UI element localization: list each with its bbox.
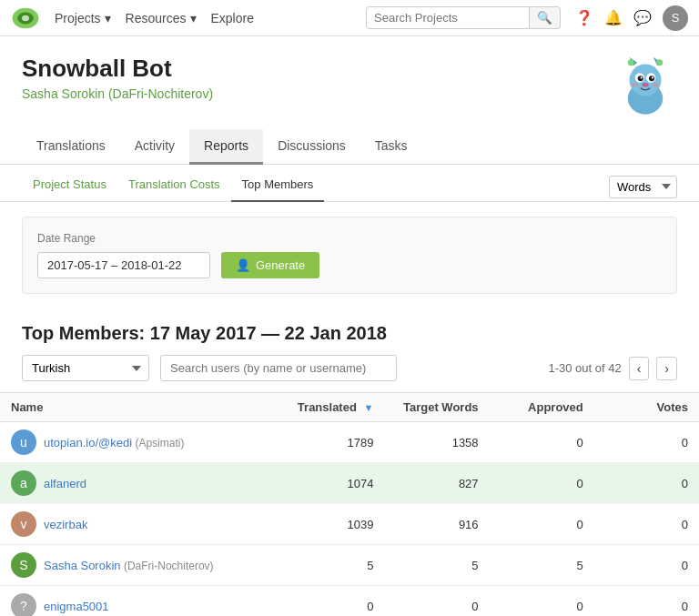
table-row: S Sasha Sorokin (DaFri-Nochiterov) 5 5 5… bbox=[0, 545, 699, 586]
date-range-label: Date Range bbox=[37, 232, 662, 245]
resources-chevron-icon: ▾ bbox=[190, 11, 197, 25]
translated-count: 1789 bbox=[279, 422, 384, 463]
tab-activity[interactable]: Activity bbox=[120, 129, 189, 165]
user-search-input[interactable] bbox=[160, 355, 397, 381]
project-header: Snowball Bot Sasha Sorokin (DaFri-Nochit… bbox=[0, 36, 699, 129]
logo-icon bbox=[11, 5, 40, 31]
svg-point-7 bbox=[628, 59, 634, 66]
search-input[interactable] bbox=[366, 6, 530, 29]
words-select-wrap: Words Strings bbox=[609, 176, 677, 198]
col-translated[interactable]: Translated ▼ bbox=[279, 393, 384, 422]
project-mascot bbox=[613, 55, 677, 118]
nav-icons: ❓ 🔔 💬 S bbox=[575, 5, 688, 31]
table-header-row: Name Translated ▼ Target Words Approved … bbox=[0, 393, 699, 422]
next-page-button[interactable]: › bbox=[656, 357, 677, 380]
svg-point-13 bbox=[641, 76, 643, 78]
top-nav: Projects ▾ Resources ▾ Explore 🔍 ❓ 🔔 💬 S bbox=[0, 0, 699, 36]
subtab-top-members[interactable]: Top Members bbox=[231, 172, 325, 202]
logo[interactable] bbox=[11, 5, 40, 31]
user-name-link[interactable]: utopian.io/@kedi bbox=[44, 436, 132, 449]
col-name: Name bbox=[0, 393, 279, 422]
user-avatar[interactable]: S bbox=[663, 5, 688, 31]
user-name-link[interactable]: enigma5001 bbox=[44, 600, 109, 613]
user-cell: a alfanerd bbox=[0, 463, 279, 504]
sub-tabs: Project Status Translation Costs Top Mem… bbox=[0, 165, 699, 202]
svg-point-12 bbox=[649, 76, 654, 81]
project-title: Snowball Bot bbox=[22, 55, 213, 83]
approved-count: 0 bbox=[490, 504, 594, 545]
svg-point-17 bbox=[653, 83, 659, 86]
user-alias: (DaFri-Nochiterov) bbox=[121, 560, 214, 572]
user-cell: S Sasha Sorokin (DaFri-Nochiterov) bbox=[0, 545, 279, 586]
subtab-translation-costs[interactable]: Translation Costs bbox=[117, 172, 231, 202]
user-name-link[interactable]: Sasha Sorokin bbox=[44, 559, 121, 572]
user-name-link[interactable]: vezirbak bbox=[44, 518, 87, 531]
generate-icon: 👤 bbox=[236, 258, 250, 272]
main-tabs: Translations Activity Reports Discussion… bbox=[0, 129, 699, 165]
project-author: Sasha Sorokin (DaFri-Nochiterov) bbox=[22, 86, 213, 101]
user-name-link[interactable]: alfanerd bbox=[44, 477, 86, 490]
translated-count: 1074 bbox=[279, 463, 384, 504]
approved-count: 5 bbox=[490, 545, 594, 586]
svg-point-4 bbox=[630, 65, 662, 96]
projects-nav-link[interactable]: Projects ▾ bbox=[55, 11, 111, 25]
col-approved: Approved bbox=[490, 393, 594, 422]
tab-translations[interactable]: Translations bbox=[22, 129, 120, 165]
search-bar: 🔍 bbox=[366, 6, 561, 29]
user-avatar-circle: v bbox=[11, 511, 36, 537]
svg-point-16 bbox=[632, 83, 638, 86]
table-row: ? enigma5001 0 0 0 0 bbox=[0, 586, 699, 617]
votes-count: 0 bbox=[594, 545, 699, 586]
user-avatar-circle: u bbox=[11, 429, 36, 455]
translated-count: 5 bbox=[279, 545, 384, 586]
user-cell: v vezirbak bbox=[0, 504, 279, 545]
page-content: Snowball Bot Sasha Sorokin (DaFri-Nochit… bbox=[0, 36, 699, 616]
tab-discussions[interactable]: Discussions bbox=[263, 129, 360, 165]
sort-icon: ▼ bbox=[364, 402, 374, 413]
translated-count: 1039 bbox=[279, 504, 384, 545]
filter-row: Turkish 1-30 out of 42 ‹ › bbox=[0, 355, 699, 392]
projects-chevron-icon: ▾ bbox=[105, 11, 111, 25]
resources-nav-link[interactable]: Resources ▾ bbox=[126, 11, 197, 25]
user-avatar-circle: a bbox=[11, 470, 36, 496]
table-row: v vezirbak 1039 916 0 0 bbox=[0, 504, 699, 545]
language-select-wrap: Turkish bbox=[22, 355, 149, 381]
col-votes: Votes bbox=[594, 393, 699, 422]
votes-count: 0 bbox=[594, 463, 699, 504]
bell-icon[interactable]: 🔔 bbox=[604, 9, 623, 26]
svg-point-8 bbox=[656, 59, 663, 66]
table-row: a alfanerd 1074 827 0 0 bbox=[0, 463, 699, 504]
svg-point-15 bbox=[643, 83, 649, 86]
chat-icon[interactable]: 💬 bbox=[633, 9, 652, 26]
section-title: Top Members: 17 May 2017 — 22 Jan 2018 bbox=[0, 308, 699, 355]
target-words-count: 916 bbox=[384, 504, 489, 545]
votes-count: 0 bbox=[594, 586, 699, 617]
page-info: 1-30 out of 42 bbox=[548, 361, 621, 375]
search-button[interactable]: 🔍 bbox=[530, 6, 561, 29]
explore-nav-link[interactable]: Explore bbox=[211, 11, 254, 25]
members-table: Name Translated ▼ Target Words Approved … bbox=[0, 392, 699, 616]
generate-button[interactable]: 👤 Generate bbox=[221, 252, 319, 278]
votes-count: 0 bbox=[594, 422, 699, 463]
user-avatar-circle: ? bbox=[11, 593, 36, 616]
language-select[interactable]: Turkish bbox=[22, 355, 149, 381]
project-info: Snowball Bot Sasha Sorokin (DaFri-Nochit… bbox=[22, 55, 213, 101]
approved-count: 0 bbox=[490, 586, 594, 617]
target-words-count: 827 bbox=[384, 463, 489, 504]
words-select[interactable]: Words Strings bbox=[609, 176, 677, 198]
approved-count: 0 bbox=[490, 463, 594, 504]
tab-reports[interactable]: Reports bbox=[189, 129, 263, 165]
target-words-count: 0 bbox=[384, 586, 489, 617]
target-words-count: 1358 bbox=[384, 422, 489, 463]
user-cell: u utopian.io/@kedi (Apsimati) bbox=[0, 422, 279, 463]
date-range-section: Date Range 👤 Generate bbox=[22, 217, 677, 294]
subtab-project-status[interactable]: Project Status bbox=[22, 172, 117, 202]
svg-point-11 bbox=[638, 76, 643, 81]
svg-point-14 bbox=[652, 76, 653, 78]
tab-tasks[interactable]: Tasks bbox=[360, 129, 422, 165]
help-icon[interactable]: ❓ bbox=[575, 9, 593, 26]
date-range-input[interactable] bbox=[37, 252, 210, 278]
prev-page-button[interactable]: ‹ bbox=[629, 357, 650, 380]
approved-count: 0 bbox=[490, 422, 594, 463]
target-words-count: 5 bbox=[384, 545, 489, 586]
